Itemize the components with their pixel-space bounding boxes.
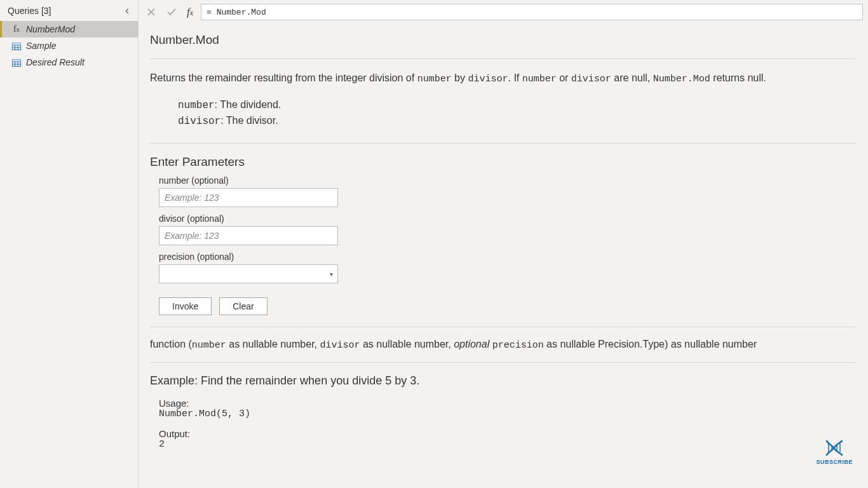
query-item-sample[interactable]: Sample xyxy=(0,37,138,54)
function-signature: function (number as nullable number, div… xyxy=(150,327,857,362)
formula-bar: fx xyxy=(139,0,868,24)
parameters-form: number (optional) divisor (optional) pre… xyxy=(150,175,857,327)
divisor-input[interactable] xyxy=(159,226,338,245)
queries-sidebar: Queries [3] ‹ fx NumberMod Sample Desire… xyxy=(0,0,139,488)
formula-input[interactable] xyxy=(201,4,863,20)
main-panel: fx Number.Mod Returns the remainder resu… xyxy=(139,0,868,488)
number-label: number (optional) xyxy=(159,175,857,186)
form-buttons: Invoke Clear xyxy=(159,290,857,327)
enter-parameters-title: Enter Parameters xyxy=(150,144,857,175)
output-value: 2 xyxy=(159,439,857,450)
function-doc: Number.Mod Returns the remainder resulti… xyxy=(139,24,868,488)
param-description-list: number: The dividend. divisor: The divis… xyxy=(150,93,857,143)
query-item-numbermod[interactable]: fx NumberMod xyxy=(0,21,138,37)
sidebar-title: Queries [3] xyxy=(8,6,51,16)
invoke-button[interactable]: Invoke xyxy=(159,297,212,315)
usage-code: Number.Mod(5, 3) xyxy=(159,409,857,419)
query-item-desired-result[interactable]: Desired Result xyxy=(0,54,138,71)
query-label: Desired Result xyxy=(26,57,85,67)
subscribe-label: SUBSCRIBE xyxy=(816,459,853,465)
usage-label: Usage: xyxy=(159,398,857,409)
precision-label: precision (optional) xyxy=(159,252,857,262)
example-block: Usage: Number.Mod(5, 3) Output: 2 xyxy=(150,398,857,450)
param-desc-divisor: divisor: The divisor. xyxy=(178,113,857,129)
table-icon xyxy=(11,41,22,51)
cancel-formula-button[interactable] xyxy=(144,4,159,20)
field-divisor: divisor (optional) xyxy=(159,214,857,245)
query-label: Sample xyxy=(26,41,56,51)
output-label: Output: xyxy=(159,428,857,439)
svg-rect-5 xyxy=(13,43,21,45)
divisor-label: divisor (optional) xyxy=(159,214,857,224)
precision-select-input[interactable] xyxy=(159,264,338,283)
fx-icon: fx xyxy=(11,24,22,34)
accept-formula-button[interactable] xyxy=(164,4,179,20)
field-number: number (optional) xyxy=(159,175,857,207)
function-description: Returns the remainder resulting from the… xyxy=(150,59,857,93)
param-desc-number: number: The dividend. xyxy=(178,97,857,113)
query-label: NumberMod xyxy=(26,24,75,34)
field-precision: precision (optional) ▾ xyxy=(159,252,857,283)
clear-button[interactable]: Clear xyxy=(219,297,267,315)
example-title: Example: Find the remainder when you div… xyxy=(150,363,857,394)
precision-select[interactable]: ▾ xyxy=(159,264,338,283)
fx-button[interactable]: fx xyxy=(184,6,196,18)
function-title: Number.Mod xyxy=(150,33,857,58)
table-icon xyxy=(11,57,22,67)
subscribe-watermark: SUBSCRIBE xyxy=(816,440,853,465)
dna-icon xyxy=(823,440,846,458)
collapse-sidebar-button[interactable]: ‹ xyxy=(123,4,132,17)
svg-rect-11 xyxy=(13,60,21,62)
number-input[interactable] xyxy=(159,188,338,207)
sidebar-header: Queries [3] ‹ xyxy=(0,0,138,21)
